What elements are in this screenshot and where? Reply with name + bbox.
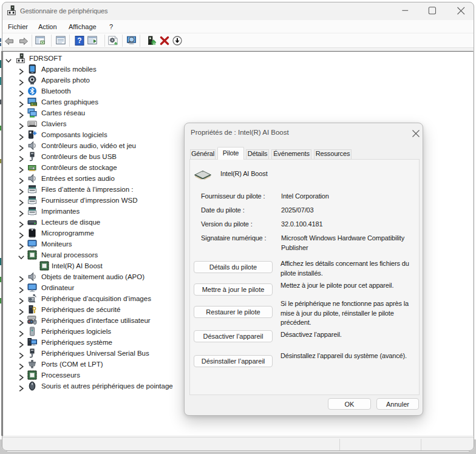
- svg-text:?: ?: [77, 36, 81, 45]
